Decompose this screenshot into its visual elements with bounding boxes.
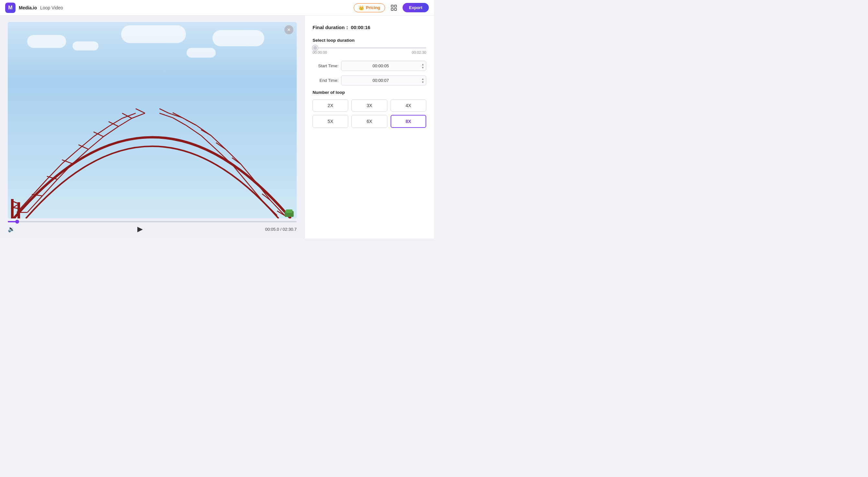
loop-grid: 2X3X4X5X6X8X xyxy=(313,99,426,128)
select-loop-label: Select loop duration xyxy=(313,38,426,43)
slider-thumb[interactable] xyxy=(313,45,318,50)
video-background xyxy=(8,22,297,218)
header-right: 👑 Pricing Export xyxy=(354,3,429,12)
logo: M xyxy=(5,3,16,13)
final-duration-value: 00:00:16 xyxy=(351,25,370,30)
app-name: Media.io xyxy=(19,5,37,10)
slider-area: 00:00:00 00:02:30 xyxy=(313,47,426,55)
slider-labels: 00:00:00 00:02:30 xyxy=(313,50,426,55)
end-time-label: End Time: xyxy=(313,78,338,83)
left-structure xyxy=(8,193,46,218)
slider-max: 00:02:30 xyxy=(412,50,426,55)
pricing-button[interactable]: 👑 Pricing xyxy=(354,3,385,12)
loop-btn-4x[interactable]: 4X xyxy=(391,99,426,112)
end-time-up[interactable]: ▲ xyxy=(422,77,424,80)
grid-icon-button[interactable] xyxy=(389,3,399,12)
play-icon: ▶ xyxy=(137,225,143,233)
video-panel: ✕ 🔉 ▶ 00:05.0 / 02:30.7 xyxy=(0,15,305,238)
slider-track[interactable] xyxy=(313,47,426,48)
header-left: M Media.io Loop Video xyxy=(5,3,63,13)
play-button[interactable]: ▶ xyxy=(137,225,143,233)
main-layout: ✕ 🔉 ▶ 00:05.0 / 02:30.7 Final duration： xyxy=(0,15,434,238)
start-time-label: Start Time: xyxy=(313,63,338,68)
pricing-label: Pricing xyxy=(366,5,380,10)
start-time-input-wrap: ▲ ▼ xyxy=(341,61,426,71)
grid-icon xyxy=(390,4,397,11)
loop-btn-3x[interactable]: 3X xyxy=(351,99,387,112)
end-time-spinners: ▲ ▼ xyxy=(422,77,424,83)
progress-fill xyxy=(8,221,17,222)
slider-min: 00:00:00 xyxy=(313,50,327,55)
svg-rect-3 xyxy=(395,8,397,10)
start-time-up[interactable]: ▲ xyxy=(422,63,424,66)
progress-bar[interactable] xyxy=(8,221,297,222)
coaster-svg xyxy=(8,22,297,218)
loop-section: Number of loop 2X3X4X5X6X8X xyxy=(313,90,426,128)
number-of-loop-label: Number of loop xyxy=(313,90,426,95)
start-time-spinners: ▲ ▼ xyxy=(422,63,424,69)
crown-icon: 👑 xyxy=(359,5,364,10)
volume-icon: 🔉 xyxy=(8,226,15,233)
end-time-down[interactable]: ▼ xyxy=(422,80,424,83)
svg-rect-1 xyxy=(395,5,397,7)
start-time-row: Start Time: ▲ ▼ xyxy=(313,61,426,71)
right-panel: Final duration： 00:00:16 Select loop dur… xyxy=(305,15,434,238)
video-container: ✕ xyxy=(8,22,297,218)
header: M Media.io Loop Video 👑 Pricing Export xyxy=(0,0,434,15)
end-time-input[interactable] xyxy=(341,75,426,86)
time-display: 00:05.0 / 02:30.7 xyxy=(265,227,297,232)
loop-btn-5x[interactable]: 5X xyxy=(313,115,348,128)
svg-rect-0 xyxy=(391,5,393,7)
final-duration-label: Final duration： xyxy=(313,25,349,30)
start-time-input[interactable] xyxy=(341,61,426,71)
video-controls: 🔉 ▶ 00:05.0 / 02:30.7 xyxy=(8,224,297,233)
progress-thumb xyxy=(15,220,19,224)
close-button[interactable]: ✕ xyxy=(284,25,293,34)
svg-line-13 xyxy=(159,109,169,113)
loop-btn-2x[interactable]: 2X xyxy=(313,99,348,112)
svg-line-12 xyxy=(136,109,145,113)
svg-rect-55 xyxy=(286,209,292,213)
progress-area xyxy=(8,218,297,224)
start-time-down[interactable]: ▼ xyxy=(422,66,424,69)
final-duration-row: Final duration： 00:00:16 xyxy=(313,25,426,31)
export-button[interactable]: Export xyxy=(403,3,429,12)
end-time-input-wrap: ▲ ▼ xyxy=(341,75,426,86)
end-time-row: End Time: ▲ ▼ xyxy=(313,75,426,86)
loop-btn-8x[interactable]: 8X xyxy=(391,115,426,128)
loop-btn-6x[interactable]: 6X xyxy=(351,115,387,128)
page-title: Loop Video xyxy=(40,5,63,10)
volume-button[interactable]: 🔉 xyxy=(8,226,15,233)
logo-text: M xyxy=(8,5,12,11)
svg-rect-2 xyxy=(391,8,393,10)
